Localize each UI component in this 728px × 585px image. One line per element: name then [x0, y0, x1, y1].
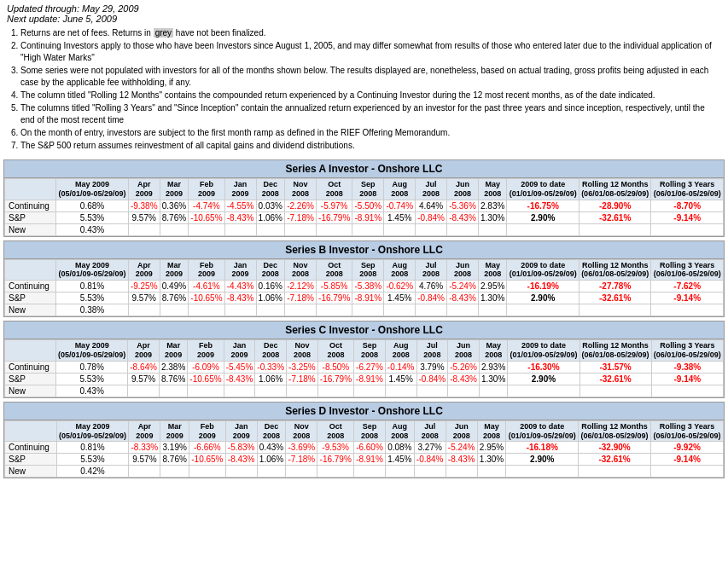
cell-3-2-1 [129, 466, 160, 478]
table-row-0-2: New0.43% [5, 223, 724, 235]
col-header-11: Jun2008 [447, 259, 479, 281]
cell-0-1-3: -10.65% [189, 211, 224, 223]
cell-1-2-8 [352, 304, 384, 316]
cell-3-0-14: -32.90% [579, 442, 651, 454]
cell-2-0-4: -5.45% [224, 361, 255, 373]
cell-3-2-9 [386, 466, 415, 478]
cell-3-2-3 [189, 466, 226, 478]
cell-0-2-1 [128, 223, 160, 235]
cell-3-1-0: 5.53% [56, 454, 129, 466]
table-row-1-2: New0.38% [5, 304, 724, 316]
col-header-9: Aug2008 [385, 340, 416, 362]
cell-0-2-14 [579, 223, 650, 235]
col-header-7: Oct2008 [317, 340, 353, 362]
cell-2-2-9 [385, 385, 416, 397]
cell-1-1-9: 1.45% [384, 292, 416, 304]
cell-3-0-6: -3.69% [286, 442, 317, 454]
cell-1-0-11: -5.24% [447, 281, 479, 292]
cell-1-1-15: -9.14% [651, 292, 724, 304]
cell-3-0-15: -9.92% [651, 442, 724, 454]
cell-2-1-11: -8.43% [448, 373, 480, 385]
cell-0-2-3 [189, 223, 224, 235]
note-7: The S&P 500 return assumes reinvestment … [20, 140, 721, 152]
cell-0-0-6: -2.26% [285, 200, 317, 211]
cell-1-0-0: 0.81% [56, 281, 128, 292]
col-header-15: Rolling 3 Years(06/01/06-05/29/09) [651, 340, 723, 362]
cell-2-0-10: 3.79% [416, 361, 448, 373]
cell-0-2-10 [416, 223, 447, 235]
cell-2-2-14 [579, 385, 651, 397]
col-header-4: Jan2009 [224, 179, 256, 200]
col-header-8: Sep2008 [353, 420, 385, 442]
cell-2-2-11 [448, 385, 480, 397]
series-block-1: Series B Investor - Onshore LLCMay 2009(… [3, 240, 725, 318]
row-label-1-2: New [5, 304, 56, 316]
cell-1-0-15: -7.62% [651, 281, 724, 292]
cell-2-1-15: -9.14% [651, 373, 723, 385]
cell-0-0-12: 2.83% [478, 200, 507, 211]
cell-1-2-13 [507, 304, 579, 316]
cell-3-1-3: -10.65% [189, 454, 226, 466]
cell-0-2-12 [478, 223, 507, 235]
col-header-12: May2008 [479, 340, 507, 362]
cell-2-1-7: -16.79% [317, 373, 353, 385]
cell-1-2-0: 0.38% [56, 304, 128, 316]
table-row-1-0: Continuing0.81%-9.25%0.49%-4.61%-4.43%0.… [5, 281, 724, 292]
cell-3-2-8 [353, 466, 385, 478]
cell-2-0-6: -3.25% [287, 361, 318, 373]
cell-2-2-7 [317, 385, 353, 397]
col-header-11: Jun2008 [446, 420, 477, 442]
col-header-11: Jun2008 [448, 340, 480, 362]
note-5: The columns titled "Rolling 3 Years" and… [20, 102, 721, 126]
cell-3-1-2: 8.76% [160, 454, 189, 466]
cell-2-1-14: -32.61% [579, 373, 651, 385]
cell-1-1-2: 8.76% [160, 292, 189, 304]
cell-1-0-6: -2.12% [285, 281, 317, 292]
cell-3-1-9: 1.45% [386, 454, 415, 466]
col-header-6: Nov2008 [286, 420, 317, 442]
cell-3-1-1: 9.57% [129, 454, 160, 466]
col-header-10: Jul2008 [416, 259, 447, 281]
cell-1-2-2 [160, 304, 189, 316]
col-header-14: Rolling 12 Months(06/01/08-05/29/09) [579, 420, 651, 442]
next-update-text: Next update: June 5, 2009 [7, 14, 721, 24]
cell-2-0-2: 2.38% [159, 361, 187, 373]
cell-3-2-7 [317, 466, 354, 478]
cell-2-0-1: -8.64% [128, 361, 160, 373]
cell-2-0-0: 0.78% [56, 361, 128, 373]
cell-2-2-2 [159, 385, 187, 397]
cell-0-2-0: 0.43% [56, 223, 128, 235]
cell-1-0-9: -0.62% [384, 281, 416, 292]
col-header-5: Dec2008 [255, 340, 287, 362]
cell-0-1-13: 2.90% [507, 211, 579, 223]
col-header-4: Jan2009 [224, 340, 255, 362]
table-row-2-1: S&P5.53%9.57%8.76%-10.65%-8.43%1.06%-7.1… [5, 373, 724, 385]
cell-0-1-5: 1.06% [256, 211, 285, 223]
col-header-15: Rolling 3 Years(06/01/06-05/29/09) [651, 420, 724, 442]
row-label-2-0: Continuing [5, 361, 56, 373]
row-label-0-1: S&P [5, 211, 56, 223]
cell-1-2-12 [478, 304, 507, 316]
table-row-3-2: New0.42% [5, 466, 724, 478]
series-table-0: May 2009(05/01/09-05/29/09)Apr2009Mar200… [4, 178, 724, 236]
col-header-3: Feb2009 [189, 179, 224, 200]
cell-2-1-0: 5.53% [56, 373, 128, 385]
col-header-5: Dec2008 [257, 420, 286, 442]
cell-1-0-5: 0.16% [256, 281, 285, 292]
cell-3-2-14 [579, 466, 651, 478]
cell-0-2-2 [160, 223, 189, 235]
cell-0-2-11 [447, 223, 479, 235]
cell-3-0-3: -6.66% [189, 442, 226, 454]
col-header-12: May2008 [477, 420, 506, 442]
cell-3-1-5: 1.06% [257, 454, 286, 466]
cell-1-1-0: 5.53% [56, 292, 128, 304]
cell-0-0-4: -4.55% [224, 200, 256, 211]
col-header-15: Rolling 3 Years(06/01/06-05/29/09) [651, 179, 724, 200]
cell-2-0-7: -8.50% [317, 361, 353, 373]
col-header-12: May2008 [478, 259, 507, 281]
cell-0-1-8: -8.91% [352, 211, 384, 223]
cell-3-0-13: -16.18% [506, 442, 579, 454]
cell-2-2-8 [354, 385, 386, 397]
cell-3-2-12 [477, 466, 506, 478]
series-table-3: May 2009(05/01/09-05/29/09)Apr2009Mar200… [4, 420, 724, 478]
